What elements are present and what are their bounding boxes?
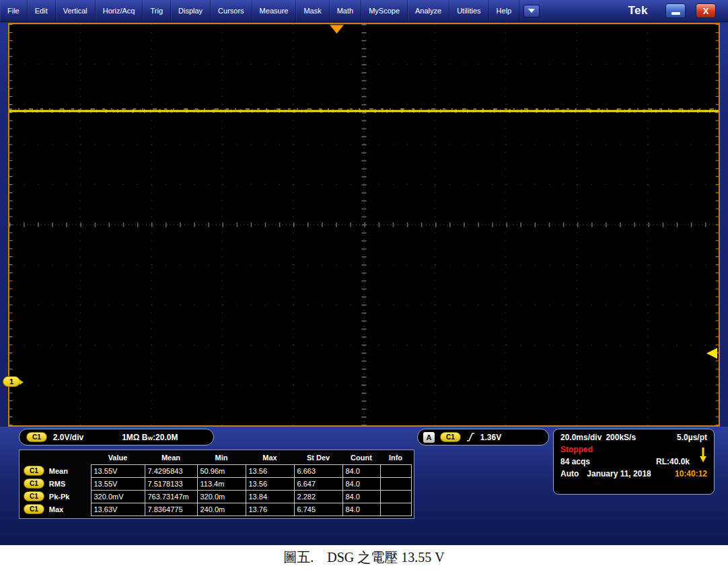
col-value: Value: [91, 452, 145, 464]
menu-mask[interactable]: Mask: [296, 0, 329, 22]
resolution: 5.0µs/pt: [677, 433, 707, 442]
time-value: 10:40:12: [675, 469, 707, 478]
graticule: [9, 24, 719, 425]
tek-logo: Tek: [628, 4, 648, 17]
cell-info: [380, 490, 412, 503]
cell-max: 13.84: [246, 490, 295, 503]
cell-min: 320.0m: [197, 490, 246, 503]
menu-file[interactable]: File: [0, 0, 28, 22]
channel1-trace: [9, 109, 719, 111]
timebase-value: 20.0ms/div: [560, 433, 602, 442]
cell-min: 113.4m: [197, 477, 246, 491]
channel1-badge: C1: [24, 466, 44, 476]
menu-measure[interactable]: Measure: [252, 0, 297, 22]
col-info: Info: [380, 452, 411, 464]
cell-count: 84.0: [342, 490, 381, 503]
trigger-level-value: 1.36V: [480, 433, 501, 442]
measurement-header-row: Value Mean Min Max St Dev Count Info: [21, 452, 412, 464]
menu-dropdown-button[interactable]: [523, 5, 540, 17]
col-mean: Mean: [145, 452, 197, 464]
cell-value: 320.0mV: [91, 490, 145, 503]
cell-max: 13.76: [246, 503, 295, 516]
menu-utilities[interactable]: Utilities: [449, 0, 488, 22]
cell-info: [380, 464, 412, 478]
col-min: Min: [197, 452, 246, 464]
measurement-row-max: C1Max 13.63V 7.8364775 240.0m 13.76 6.74…: [21, 503, 412, 515]
measurement-row-mean: C1Mean 13.55V 7.4295843 50.96m 13.56 6.6…: [21, 464, 412, 477]
menu-help[interactable]: Help: [489, 0, 520, 22]
channel1-badge: C1: [24, 491, 44, 501]
menu-analyze[interactable]: Analyze: [408, 0, 449, 22]
date-value: January 11, 2018: [587, 469, 651, 478]
cell-count: 84.0: [342, 477, 381, 491]
trigger-level-arrow: [706, 348, 717, 359]
cell-count: 84.0: [342, 464, 381, 478]
menu-horiz-acq[interactable]: Horiz/Acq: [96, 0, 143, 22]
channel1-ground-marker[interactable]: 1: [3, 376, 20, 387]
oscilloscope-window: File Edit Vertical Horiz/Acq Trig Displa…: [0, 0, 728, 570]
waveform-display: 1: [8, 23, 720, 427]
menu-edit[interactable]: Edit: [28, 0, 56, 22]
vertical-scale-readout[interactable]: C1 2.0V/div 1MΩ BW:20.0M: [19, 429, 214, 446]
cell-stdev: 6.647: [294, 477, 343, 491]
figure-caption: 圖五. DSG 之電壓 13.55 V: [0, 545, 728, 570]
horizontal-readout[interactable]: 20.0ms/div 200kS/s 5.0µs/pt Stopped 84 a…: [553, 429, 715, 495]
channel1-badge: C1: [26, 432, 47, 442]
sample-rate: 200kS/s: [606, 433, 636, 442]
record-length: RL:40.0k: [656, 457, 690, 466]
trigger-position-marker: [330, 25, 344, 34]
cell-mean: 7.5178133: [145, 477, 198, 491]
trigger-mode: Auto: [560, 469, 579, 478]
menubar-spacer: [540, 0, 628, 22]
status-panel: C1 2.0V/div 1MΩ BW:20.0M A C1 1.36V 20.0…: [0, 427, 728, 545]
chevron-down-icon: [528, 9, 535, 13]
trigger-channel-badge: C1: [440, 432, 461, 442]
measurement-row-rms: C1RMS 13.55V 7.5178133 113.4m 13.56 6.64…: [21, 477, 412, 490]
acquisition-status: Stopped: [560, 445, 593, 454]
measurement-table: Value Mean Min Max St Dev Count Info C1M…: [19, 450, 414, 519]
menu-display[interactable]: Display: [171, 0, 211, 22]
menu-math[interactable]: Math: [330, 0, 361, 22]
cell-stdev: 6.663: [294, 464, 343, 478]
cell-info: [380, 477, 412, 491]
cell-stdev: 2.282: [294, 490, 343, 503]
menu-myscope[interactable]: MyScope: [361, 0, 408, 22]
cell-stdev: 6.745: [294, 503, 343, 516]
trigger-source-badge: A: [423, 432, 435, 443]
cell-max: 13.56: [246, 477, 295, 491]
close-button[interactable]: X: [696, 3, 716, 18]
input-impedance: 1MΩ BW:20.0M: [122, 433, 178, 442]
col-max: Max: [246, 452, 294, 464]
cell-min: 240.0m: [197, 503, 246, 516]
cell-info: [380, 503, 412, 516]
cell-value: 13.63V: [91, 503, 145, 516]
cell-value: 13.55V: [91, 477, 145, 491]
cell-value: 13.55V: [91, 464, 145, 478]
menu-trig[interactable]: Trig: [143, 0, 171, 22]
col-stdev: St Dev: [294, 452, 342, 464]
cell-mean: 7.4295843: [145, 464, 198, 478]
menu-bar: File Edit Vertical Horiz/Acq Trig Displa…: [0, 0, 728, 22]
vertical-scale-value: 2.0V/div: [53, 433, 83, 442]
cell-mean: 7.8364775: [145, 503, 198, 516]
col-count: Count: [342, 452, 380, 464]
acquisition-count: 84 acqs: [560, 457, 590, 466]
trigger-readout[interactable]: A C1 1.36V: [417, 429, 549, 446]
cell-min: 50.96m: [197, 464, 246, 478]
close-icon: X: [703, 6, 709, 16]
menu-vertical[interactable]: Vertical: [56, 0, 96, 22]
rising-edge-icon: [466, 432, 475, 442]
cell-max: 13.56: [246, 464, 295, 478]
minimize-icon: [671, 12, 680, 15]
cell-count: 84.0: [342, 503, 381, 516]
minimize-button[interactable]: [665, 3, 686, 18]
channel1-badge: C1: [24, 478, 44, 489]
cell-mean: 763.73147m: [145, 490, 198, 503]
menu-cursors[interactable]: Cursors: [211, 0, 252, 22]
arrow-down-icon: [699, 447, 707, 463]
measurement-row-pkpk: C1Pk-Pk 320.0mV 763.73147m 320.0m 13.84 …: [21, 490, 412, 503]
channel1-badge: C1: [24, 504, 44, 514]
